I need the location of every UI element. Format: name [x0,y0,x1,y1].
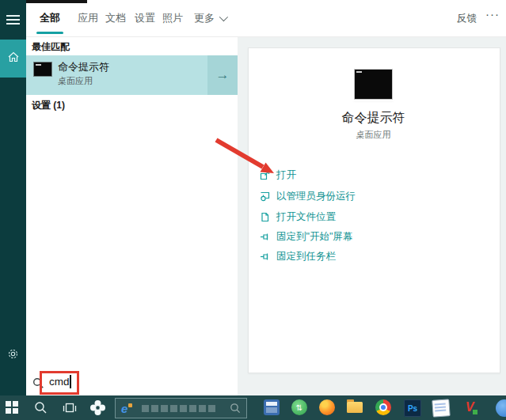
calculator-app-icon[interactable] [264,399,280,415]
selected-tab-underline [36,32,63,34]
file-location-icon [260,212,270,222]
photoshop-app-icon[interactable]: Ps [404,399,421,417]
windows-search-flyout: 全部 应用 文档 设置 照片 更多 反馈 ··· 最佳匹配 命令提示符 桌面应用… [0,0,506,420]
start-button[interactable] [6,401,18,414]
result-subtitle: 桌面应用 [58,75,93,87]
expand-result-arrow-button[interactable]: → [207,55,238,95]
result-title: 命令提示符 [58,60,109,74]
action-pin-to-start[interactable]: 固定到"开始"屏幕 [260,229,352,244]
best-match-result-row[interactable]: 命令提示符 桌面应用 → [26,55,238,95]
pin-icon [260,252,270,262]
action-open-file-location[interactable]: 打开文件位置 [260,210,336,224]
cmd-app-icon-large [354,69,393,100]
detail-subtitle: 桌面应用 [248,129,499,141]
updater-app-icon[interactable]: ⇅ [291,399,307,415]
open-icon [260,170,270,180]
search-icon [230,403,241,414]
faint-hint-text [142,405,215,412]
tab-documents[interactable]: 文档 [105,11,126,25]
chevron-down-icon [219,13,228,21]
taskbar-ie-search-box[interactable]: e [115,398,247,418]
home-tab-button[interactable] [0,40,26,78]
task-view-button[interactable] [63,401,77,418]
action-run-as-admin[interactable]: 以管理员身份运行 [260,189,356,203]
ie-orange-dot [128,403,132,407]
taskbar: e ⇅ Ps V [0,395,506,420]
windows-logo-icon [6,401,18,414]
taskbar-search-button[interactable] [34,401,48,418]
firefox-app-icon[interactable] [319,399,335,415]
tab-apps[interactable]: 应用 [78,11,98,25]
annotation-box [40,371,79,395]
ie-logo-icon: e [121,402,127,415]
best-match-label: 最佳匹配 [32,40,70,54]
pinwheel-icon [89,399,106,416]
tab-photos[interactable]: 照片 [162,11,183,25]
search-icon [34,401,48,414]
tab-all[interactable]: 全部 [40,11,60,25]
settings-group-label: 设置 (1) [32,99,65,112]
file-explorer-icon[interactable] [347,402,363,418]
top-edge-strip [26,0,87,3]
tab-settings[interactable]: 设置 [135,11,155,25]
pin-icon [260,232,270,242]
chrome-app-icon[interactable] [375,399,391,415]
run-as-admin-icon [260,191,270,202]
home-icon [7,51,20,66]
detail-title: 命令提示符 [248,110,499,127]
notepad-app-icon[interactable] [432,399,450,417]
left-rail [0,0,26,395]
cmd-app-icon [33,62,52,77]
overflow-menu-button[interactable]: ··· [485,7,500,21]
gear-icon [7,348,19,363]
settings-gear-button[interactable] [6,349,20,362]
action-open[interactable]: 打开 [260,168,296,182]
action-pin-to-taskbar[interactable]: 固定到任务栏 [260,249,336,263]
feedback-link[interactable]: 反馈 [457,12,477,25]
task-view-icon [63,401,77,414]
pinwheel-app-button[interactable] [89,399,106,419]
tab-more[interactable]: 更多 [194,11,226,25]
partial-app-icon[interactable] [496,399,506,417]
red-v-app-icon[interactable]: V [462,399,477,415]
hamburger-menu-icon[interactable] [6,15,20,25]
